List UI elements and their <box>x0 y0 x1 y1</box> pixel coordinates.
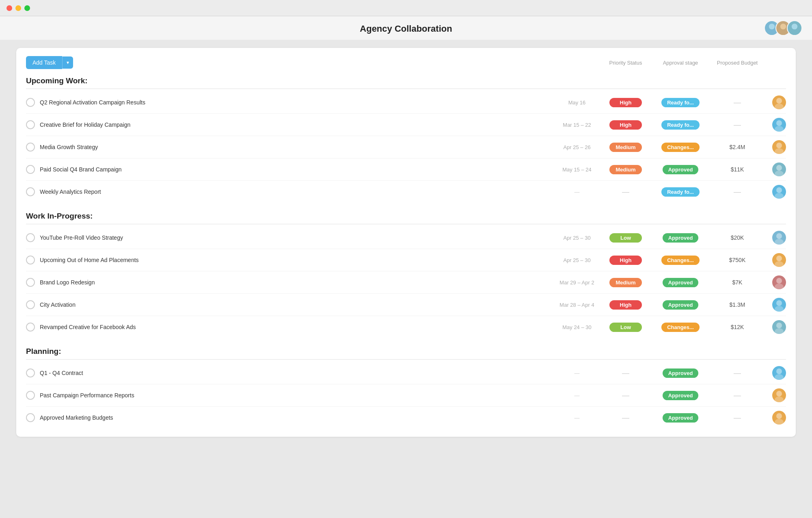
section-1: Work In-Progress:YouTube Pre-Roll Video … <box>26 212 786 338</box>
task-date: Apr 25 – 26 <box>555 144 599 150</box>
task-budget: — <box>709 369 766 377</box>
svg-point-15 <box>776 187 782 193</box>
task-priority-cell: High <box>599 300 652 310</box>
table-row: Approved Marketing Budgets——Approved— <box>26 407 786 429</box>
svg-point-18 <box>775 239 784 245</box>
task-approval-cell: Changes... <box>652 323 709 332</box>
approval-badge: Approved <box>663 278 699 287</box>
approval-badge: Approved <box>663 368 699 378</box>
svg-point-10 <box>775 126 784 132</box>
task-avatar-cell <box>766 298 786 312</box>
task-checkbox[interactable] <box>26 143 35 152</box>
task-budget: $7K <box>709 279 766 286</box>
task-checkbox[interactable] <box>26 165 35 174</box>
task-avatar-cell <box>766 95 786 109</box>
section-divider-1 <box>26 224 786 224</box>
section-title-1: Work In-Progress: <box>26 212 786 221</box>
task-priority-cell: Low <box>599 233 652 243</box>
task-date: — <box>555 370 599 376</box>
task-date: Apr 25 – 30 <box>555 235 599 241</box>
task-checkbox[interactable] <box>26 368 35 377</box>
task-checkbox[interactable] <box>26 120 35 129</box>
add-task-group: Add Task ▾ <box>26 56 73 69</box>
task-budget: $1.3M <box>709 301 766 308</box>
task-checkbox[interactable] <box>26 300 35 309</box>
svg-point-6 <box>790 30 799 36</box>
maximize-button[interactable] <box>24 5 30 11</box>
priority-badge: Medium <box>609 278 642 287</box>
task-checkbox[interactable] <box>26 278 35 287</box>
task-budget: — <box>709 98 766 107</box>
task-checkbox[interactable] <box>26 413 35 422</box>
table-row: Past Campaign Performance Reports——Appro… <box>26 384 786 407</box>
priority-badge: High <box>609 120 642 130</box>
avatar[interactable] <box>787 20 802 36</box>
task-date: May 15 – 24 <box>555 167 599 173</box>
sections-container: Upcoming Work:Q2 Regional Activation Cam… <box>26 76 786 429</box>
task-avatar-cell <box>766 231 786 245</box>
task-checkbox[interactable] <box>26 323 35 332</box>
task-checkbox[interactable] <box>26 391 35 400</box>
task-name: Past Campaign Performance Reports <box>40 392 555 399</box>
empty-dash: — <box>622 391 629 400</box>
minimize-button[interactable] <box>15 5 21 11</box>
table-row: YouTube Pre-Roll Video StrategyApr 25 – … <box>26 227 786 249</box>
add-task-dropdown-button[interactable]: ▾ <box>62 56 73 69</box>
task-priority-cell: — <box>599 414 652 422</box>
task-name: Creative Brief for Holiday Campaign <box>40 121 555 128</box>
avatar <box>772 366 786 380</box>
task-checkbox[interactable] <box>26 187 35 196</box>
priority-badge: Medium <box>609 165 642 174</box>
task-name: Brand Logo Redesign <box>40 279 555 286</box>
task-avatar-cell <box>766 320 786 334</box>
titlebar <box>0 0 812 16</box>
table-row: Paid Social Q4 Brand CampaignMay 15 – 24… <box>26 158 786 181</box>
svg-point-11 <box>776 143 782 148</box>
budget-column-header: Proposed Budget <box>709 60 766 66</box>
svg-point-7 <box>776 98 782 104</box>
main-content: Add Task ▾ Priority Status Approval stag… <box>0 40 812 445</box>
svg-point-23 <box>776 300 782 306</box>
table-row: Media Growth StrategyApr 25 – 26MediumCh… <box>26 136 786 158</box>
task-name: YouTube Pre-Roll Video Strategy <box>40 234 555 241</box>
table-row: Brand Logo RedesignMar 29 – Apr 2MediumA… <box>26 271 786 294</box>
avatar <box>772 140 786 154</box>
priority-badge: High <box>609 98 642 107</box>
avatar <box>772 185 786 199</box>
svg-point-21 <box>776 278 782 284</box>
task-name: Approved Marketing Budgets <box>40 414 555 421</box>
approval-badge: Approved <box>663 165 699 174</box>
task-priority-cell: Medium <box>599 143 652 152</box>
task-name: Revamped Creative for Facebook Ads <box>40 324 555 330</box>
svg-point-32 <box>775 419 784 425</box>
toolbar: Add Task ▾ Priority Status Approval stag… <box>26 56 786 69</box>
task-name: Weekly Analytics Report <box>40 189 555 195</box>
table-row: Q2 Regional Activation Campaign ResultsM… <box>26 91 786 114</box>
task-budget: $2.4M <box>709 144 766 150</box>
add-task-button[interactable]: Add Task <box>26 56 62 69</box>
svg-point-30 <box>775 397 784 402</box>
svg-point-29 <box>776 391 782 397</box>
task-checkbox[interactable] <box>26 256 35 264</box>
task-name: Paid Social Q4 Brand Campaign <box>40 166 555 173</box>
section-title-2: Planning: <box>26 347 786 356</box>
avatar <box>772 231 786 245</box>
task-name: Media Growth Strategy <box>40 144 555 150</box>
task-date: May 16 <box>555 100 599 106</box>
empty-dash: — <box>622 188 629 196</box>
task-checkbox[interactable] <box>26 233 35 242</box>
svg-point-27 <box>776 368 782 374</box>
task-date: May 24 – 30 <box>555 324 599 330</box>
close-button[interactable] <box>6 5 12 11</box>
task-card: Add Task ▾ Priority Status Approval stag… <box>16 48 796 437</box>
table-row: Revamped Creative for Facebook AdsMay 24… <box>26 316 786 338</box>
task-avatar-cell <box>766 411 786 425</box>
svg-point-20 <box>775 261 784 267</box>
task-approval-cell: Ready fo... <box>652 187 709 197</box>
svg-point-5 <box>792 24 797 29</box>
svg-point-17 <box>776 233 782 239</box>
priority-badge: High <box>609 300 642 310</box>
page-title-bar: Agency Collaboration <box>0 16 812 40</box>
svg-point-9 <box>776 120 782 126</box>
task-checkbox[interactable] <box>26 98 35 107</box>
